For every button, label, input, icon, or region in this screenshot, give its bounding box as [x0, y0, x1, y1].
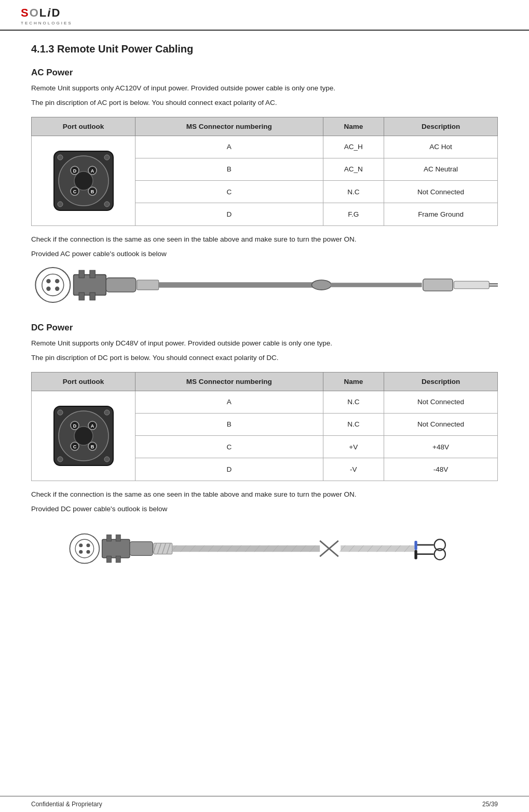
svg-point-12 — [104, 155, 110, 160]
svg-rect-57 — [107, 535, 112, 541]
svg-point-53 — [86, 543, 90, 547]
svg-rect-62 — [154, 543, 172, 554]
svg-point-13 — [58, 202, 63, 207]
svg-point-14 — [104, 202, 110, 207]
dc-row1-ms: A — [135, 391, 323, 413]
ac-col-name: Name — [323, 117, 384, 136]
dc-cable-diagram — [31, 523, 498, 575]
svg-text:A: A — [90, 168, 94, 174]
ac-row3-name: N.C — [323, 181, 384, 203]
dc-row3-ms: C — [135, 436, 323, 458]
ac-row2-desc: AC Neutral — [384, 158, 498, 180]
dc-row1-name: N.C — [323, 391, 384, 413]
page-footer: Confidential & Proprietary 25/39 — [0, 796, 529, 812]
svg-point-51 — [75, 539, 94, 558]
dc-row2-name: N.C — [323, 413, 384, 435]
svg-rect-24 — [79, 292, 84, 300]
table-row: A B C D — [32, 391, 498, 413]
logo-o: O — [30, 6, 39, 19]
ac-row4-ms: D — [135, 203, 323, 225]
svg-point-54 — [79, 550, 83, 554]
svg-text:D: D — [73, 423, 76, 429]
svg-point-52 — [79, 543, 83, 547]
dc-check2: Provided DC power cable's outlook is bel… — [31, 504, 498, 514]
logo-d: D — [51, 6, 61, 19]
ac-port-connector: A B C D — [35, 139, 132, 222]
ac-row4-desc: Frame Ground — [384, 203, 498, 225]
svg-point-19 — [46, 287, 50, 291]
svg-rect-27 — [137, 280, 159, 290]
svg-rect-23 — [90, 270, 95, 278]
svg-point-18 — [55, 279, 59, 283]
svg-point-11 — [58, 155, 63, 160]
svg-text:B: B — [90, 444, 94, 449]
svg-point-15 — [35, 268, 70, 302]
logo-text: SOLiD — [21, 6, 73, 20]
svg-text:C: C — [73, 189, 76, 194]
footer-left: Confidential & Proprietary — [31, 801, 102, 808]
svg-text:B: B — [90, 189, 94, 194]
svg-text:A: A — [90, 423, 94, 429]
ac-cable-diagram — [31, 264, 498, 306]
svg-rect-22 — [79, 270, 84, 278]
ac-row1-ms: A — [135, 136, 323, 158]
dc-row4-ms: D — [135, 458, 323, 481]
dc-connector-svg: A B C D — [50, 402, 117, 470]
ac-check1: Check if the connection is the same as o… — [31, 234, 498, 245]
svg-text:C: C — [73, 444, 76, 449]
logo-s: S — [21, 6, 30, 19]
svg-rect-61 — [130, 542, 153, 556]
svg-point-46 — [58, 410, 63, 415]
ac-cable-svg — [31, 264, 498, 306]
dc-check1: Check if the connection is the same as o… — [31, 489, 498, 500]
dc-table: Port outlook MS Connector numbering Name… — [31, 372, 498, 481]
logo-subtitle: TECHNOLOGIES — [21, 21, 73, 25]
ac-para2: The pin discription of AC port is below.… — [31, 98, 498, 108]
dc-section: DC Power Remote Unit supports only DC48V… — [31, 323, 498, 575]
ac-connector-svg: A B C D — [50, 147, 117, 215]
svg-rect-58 — [116, 535, 120, 541]
logo-l: L — [39, 6, 47, 19]
dc-port-connector: A B C D — [35, 394, 132, 477]
dc-row2-desc: Not Connected — [384, 413, 498, 435]
svg-point-17 — [46, 279, 50, 283]
ac-row2-name: AC_N — [323, 158, 384, 180]
dc-para1: Remote Unit supports only DC48V of input… — [31, 338, 498, 349]
section-title: 4.1.3 Remote Unit Power Cabling — [31, 43, 498, 55]
logo: SOLiD TECHNOLOGIES — [21, 6, 73, 25]
ac-row1-desc: AC Hot — [384, 136, 498, 158]
svg-point-29 — [311, 280, 331, 290]
svg-rect-56 — [102, 539, 130, 558]
svg-point-47 — [104, 410, 110, 415]
ac-check2: Provided AC power cable's outlook is bel… — [31, 249, 498, 259]
svg-point-49 — [104, 457, 110, 462]
dc-row4-name: -V — [323, 458, 384, 481]
ac-row4-name: F.G — [323, 203, 384, 225]
svg-rect-59 — [107, 556, 112, 562]
dc-col-ms: MS Connector numbering — [135, 372, 323, 391]
svg-rect-32 — [454, 281, 489, 289]
svg-rect-31 — [423, 279, 453, 291]
svg-rect-100 — [414, 541, 417, 550]
svg-text:D: D — [73, 168, 76, 174]
ac-row2-ms: B — [135, 158, 323, 180]
ac-title: AC Power — [31, 68, 498, 78]
svg-rect-26 — [106, 278, 135, 292]
dc-col-name: Name — [323, 372, 384, 391]
ac-table: Port outlook MS Connector numbering Name… — [31, 117, 498, 226]
svg-point-48 — [58, 457, 63, 462]
footer-right: 25/39 — [482, 801, 498, 808]
dc-title: DC Power — [31, 323, 498, 333]
svg-point-55 — [86, 550, 90, 554]
dc-cable-svg — [31, 528, 498, 569]
svg-point-16 — [42, 274, 64, 296]
dc-row2-ms: B — [135, 413, 323, 435]
ac-para1: Remote Unit supports only AC120V of inpu… — [31, 83, 498, 94]
svg-rect-101 — [414, 550, 417, 560]
dc-row3-desc: +48V — [384, 436, 498, 458]
svg-point-50 — [70, 534, 99, 564]
main-content: 4.1.3 Remote Unit Power Cabling AC Power… — [0, 31, 529, 606]
page-header: SOLiD TECHNOLOGIES — [0, 0, 529, 31]
ac-row3-ms: C — [135, 181, 323, 203]
ac-row1-name: AC_H — [323, 136, 384, 158]
